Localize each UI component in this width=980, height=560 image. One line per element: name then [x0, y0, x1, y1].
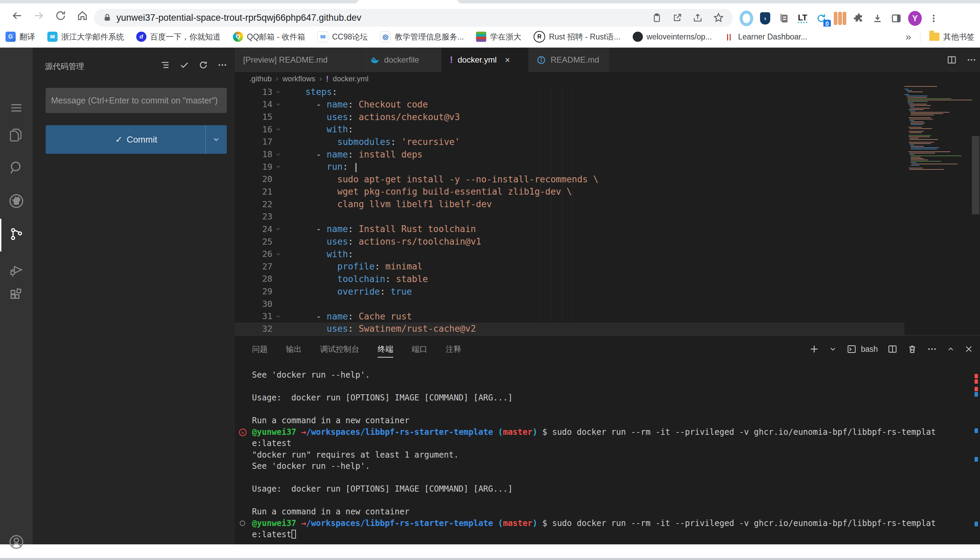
view-as-list-icon[interactable] [160, 60, 170, 70]
fold-chevron-icon[interactable] [273, 313, 284, 320]
fold-chevron-icon[interactable] [273, 89, 284, 95]
code-line[interactable]: 27 profile: minimal [235, 260, 905, 273]
refresh-icon[interactable] [198, 60, 208, 70]
editor-tab[interactable]: dockerfile [361, 48, 442, 72]
address-bar[interactable]: yunwei37-potential-space-trout-rpr5qwj66… [94, 9, 733, 27]
code-line[interactable]: 17 submodules: 'recursive' [235, 136, 905, 148]
commit-button[interactable]: ✓ Commit [46, 125, 227, 154]
home-icon[interactable] [75, 8, 90, 23]
bookmark-item[interactable]: 学在浙大 [476, 32, 521, 42]
forward-icon[interactable] [31, 8, 46, 23]
pens-icon[interactable] [833, 12, 847, 25]
bookmark-item[interactable]: RRust 招聘 - Rust语... [533, 31, 620, 43]
bookmark-item[interactable]: weloveinterns/op... [633, 32, 712, 42]
code-line[interactable]: 24 - name: Install Rust toolchain [235, 223, 905, 235]
browser-menu-icon[interactable] [927, 12, 940, 25]
panel-tab[interactable]: 注释 [446, 335, 462, 363]
terminal-output[interactable]: See 'docker run --help'.Usage: docker ru… [235, 363, 980, 544]
fold-chevron-icon[interactable] [273, 251, 284, 257]
code-line[interactable]: 25 uses: actions-rs/toolchain@v1 [235, 235, 905, 248]
terminal-picker-chevron-icon[interactable] [829, 345, 837, 353]
panel-more-icon[interactable] [927, 344, 937, 354]
breadcrumb-file[interactable]: docker.yml [333, 75, 368, 83]
languagetool-icon[interactable]: LT [796, 12, 809, 25]
fold-chevron-icon[interactable] [273, 152, 284, 158]
extensions-icon[interactable] [0, 282, 33, 308]
code-line[interactable]: 16 with: [235, 123, 905, 136]
breadcrumb[interactable]: .github › workflows › ! docker.yml [235, 72, 980, 86]
panel-tab[interactable]: 输出 [286, 335, 302, 363]
bookmark-item[interactable]: ◎教学管理信息服务... [380, 31, 464, 42]
bookmark-item[interactable]: ||Learner Dashboar... [724, 32, 807, 42]
terminal-instance[interactable]: bash [846, 344, 878, 354]
editor-more-icon[interactable] [967, 55, 977, 65]
downloads-icon[interactable] [871, 12, 884, 25]
code-line[interactable]: 19 run: | [235, 161, 905, 173]
share-icon[interactable] [692, 13, 703, 23]
panel-tab[interactable]: 调试控制台 [320, 335, 359, 363]
code-line[interactable]: 29 override: true [235, 285, 905, 298]
clipboard-icon[interactable] [652, 13, 662, 23]
menu-hamburger-icon[interactable] [0, 95, 33, 121]
bookmark-star-icon[interactable] [713, 12, 724, 23]
bookmark-item[interactable]: QQQ邮箱 - 收件箱 [233, 32, 305, 42]
commit-check-icon[interactable] [179, 60, 189, 70]
code-line[interactable]: 28 toolchain: stable [235, 273, 905, 285]
editor-tab[interactable]: !docker.yml× [442, 48, 528, 72]
new-terminal-icon[interactable] [809, 344, 819, 354]
fold-chevron-icon[interactable] [273, 163, 284, 170]
browser-active-tab[interactable] [357, 0, 459, 3]
open-in-new-icon[interactable] [672, 13, 682, 23]
bookmark-item[interactable]: ✉浙江大学邮件系统 [47, 32, 124, 42]
reload-icon[interactable] [53, 8, 68, 23]
code-line[interactable]: 21 wget pkg-config build-essential zlib1… [235, 185, 905, 198]
split-terminal-icon[interactable] [887, 344, 898, 354]
panel-tab[interactable]: 问题 [252, 335, 268, 363]
puzzle-extensions-icon[interactable] [852, 12, 866, 25]
fold-chevron-icon[interactable] [273, 226, 284, 232]
search-icon[interactable] [0, 155, 33, 181]
bookmark-item[interactable]: 98CC98论坛 [317, 31, 368, 42]
commit-dropdown-chevron[interactable] [205, 125, 227, 154]
profile-avatar[interactable]: Y [908, 12, 922, 25]
code-line[interactable]: 20 sudo apt-get install -y --no-install-… [235, 173, 905, 185]
bookmarks-overflow-icon[interactable]: » [905, 31, 911, 43]
commit-message-input[interactable] [46, 88, 227, 113]
github-icon[interactable] [0, 188, 33, 214]
breadcrumb-folder[interactable]: .github [249, 75, 272, 83]
other-bookmarks[interactable]: 其他书签 [929, 32, 975, 42]
code-line[interactable]: 23 [235, 210, 905, 223]
split-editor-icon[interactable] [947, 55, 957, 65]
close-tab-icon[interactable]: × [505, 55, 510, 65]
editor-scrollbar[interactable] [971, 86, 980, 335]
panel-tab[interactable]: 终端 [378, 335, 393, 363]
code-line[interactable]: 22 clang llvm libelf1 libelf-dev [235, 198, 905, 211]
kill-terminal-icon[interactable] [907, 344, 917, 354]
fold-chevron-icon[interactable] [273, 126, 284, 132]
extension-notes-icon[interactable] [777, 12, 791, 25]
more-actions-icon[interactable] [217, 60, 227, 70]
editor-tab[interactable]: [Preview] README.md [235, 48, 361, 72]
url-text[interactable]: yunwei37-potential-space-trout-rpr5qwj66… [117, 13, 361, 23]
run-debug-icon[interactable] [0, 257, 33, 283]
sidebar-toggle-icon[interactable] [890, 12, 903, 25]
code-line[interactable]: 30 [235, 298, 905, 310]
back-icon[interactable] [10, 8, 25, 23]
maximize-panel-icon[interactable] [947, 345, 955, 353]
code-editor[interactable]: 13 steps:14 - name: Checkout code15 uses… [235, 86, 905, 335]
bookmark-item[interactable]: d百度一下，你就知道 [136, 32, 221, 42]
extension-ring-icon[interactable] [739, 12, 753, 25]
account-icon[interactable] [0, 529, 33, 555]
fold-chevron-icon[interactable] [273, 102, 284, 108]
panel-tab[interactable]: 端口 [412, 335, 427, 363]
code-line[interactable]: 31 - name: Cache rust [235, 310, 905, 323]
code-line[interactable]: 15 uses: actions/checkout@v3 [235, 110, 905, 123]
source-control-icon[interactable] [0, 221, 33, 247]
code-line[interactable]: 13 steps: [235, 86, 905, 98]
extension-shield-icon[interactable]: › [758, 12, 772, 25]
breadcrumb-folder[interactable]: workflows [282, 75, 315, 83]
minimap[interactable] [905, 86, 971, 335]
explorer-icon[interactable] [0, 122, 33, 148]
code-line[interactable]: 14 - name: Checkout code [235, 98, 905, 111]
close-panel-icon[interactable] [964, 345, 973, 353]
